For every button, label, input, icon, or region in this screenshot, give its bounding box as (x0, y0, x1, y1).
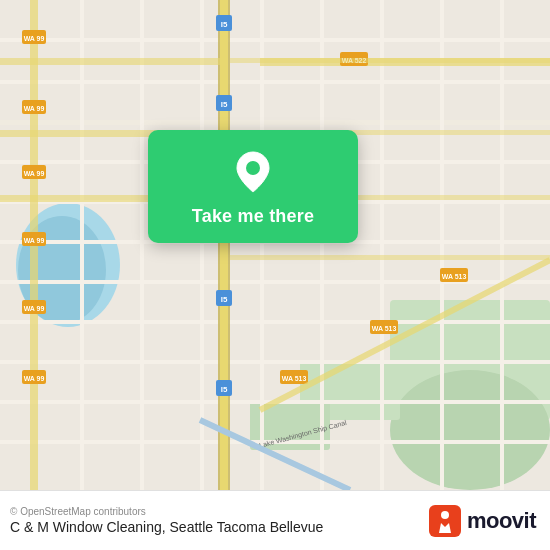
map-svg: I5 I5 I5 I5 I5 WA 99 WA 99 WA 99 WA 99 W… (0, 0, 550, 490)
svg-rect-20 (140, 0, 144, 490)
svg-text:I5: I5 (221, 20, 228, 29)
svg-rect-67 (230, 58, 550, 63)
svg-text:WA 99: WA 99 (24, 237, 45, 244)
svg-point-5 (390, 370, 550, 490)
location-pin-icon (229, 148, 277, 196)
svg-point-71 (246, 161, 260, 175)
svg-rect-22 (260, 0, 264, 490)
bottom-left: © OpenStreetMap contributors C & M Windo… (10, 506, 323, 535)
map-container: I5 I5 I5 I5 I5 WA 99 WA 99 WA 99 WA 99 W… (0, 0, 550, 490)
moovit-text: moovit (467, 508, 536, 534)
svg-rect-25 (440, 0, 444, 490)
svg-text:WA 99: WA 99 (24, 305, 45, 312)
svg-rect-26 (500, 0, 504, 490)
svg-text:WA 99: WA 99 (24, 35, 45, 42)
svg-text:I5: I5 (221, 295, 228, 304)
svg-rect-28 (220, 0, 228, 490)
moovit-brand-icon (429, 505, 461, 537)
svg-rect-23 (320, 0, 324, 490)
svg-text:WA 513: WA 513 (282, 375, 307, 382)
svg-rect-21 (200, 0, 204, 490)
svg-text:I5: I5 (221, 385, 228, 394)
svg-text:WA 99: WA 99 (24, 170, 45, 177)
svg-text:WA 99: WA 99 (24, 105, 45, 112)
svg-text:WA 99: WA 99 (24, 375, 45, 382)
svg-text:WA 513: WA 513 (372, 325, 397, 332)
take-me-there-label: Take me there (192, 206, 314, 227)
attribution-text: © OpenStreetMap contributors (10, 506, 323, 517)
svg-rect-19 (80, 0, 84, 490)
svg-rect-64 (0, 58, 220, 65)
bottom-bar: © OpenStreetMap contributors C & M Windo… (0, 490, 550, 550)
svg-rect-70 (230, 255, 550, 260)
svg-rect-24 (380, 0, 384, 490)
business-name: C & M Window Cleaning, Seattle Tacoma Be… (10, 519, 323, 535)
moovit-logo[interactable]: moovit (429, 505, 536, 537)
take-me-there-card[interactable]: Take me there (148, 130, 358, 243)
svg-point-73 (441, 511, 449, 519)
svg-text:I5: I5 (221, 100, 228, 109)
svg-text:WA 513: WA 513 (442, 273, 467, 280)
